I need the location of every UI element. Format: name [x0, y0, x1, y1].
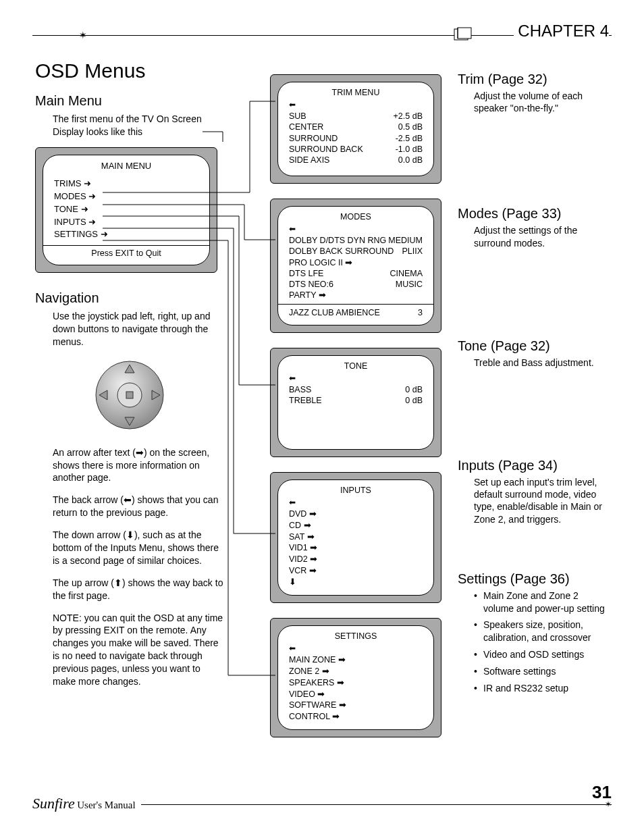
- table-row: CENTER0.5 dB: [289, 122, 423, 132]
- footer-rule: Sunfire User's Manual ✶: [32, 793, 612, 814]
- table-row: PRO LOGIC II ➡: [289, 257, 423, 268]
- navigation-desc: Use the joystick pad left, right, up and…: [53, 310, 224, 348]
- tone-heading: Tone (Page 32): [458, 338, 610, 354]
- settings-screen: SETTINGS ⬅ MAIN ZONE ➡ ZONE 2 ➡ SPEAKERS…: [270, 618, 441, 737]
- back-arrow-icon: ⬅: [289, 224, 423, 234]
- menu-item-settings: SETTINGS ➜: [54, 228, 198, 241]
- screen-title: INPUTS: [289, 486, 423, 495]
- main-menu-screen: MAIN MENU TRIMS ➜ MODES ➜ TONE ➜ INPUTS …: [35, 147, 217, 288]
- table-row: SURROUND-2.5 dB: [289, 133, 423, 144]
- screen-title: TONE: [289, 361, 423, 371]
- list-item: SPEAKERS ➡: [289, 677, 423, 689]
- list-item: VCR ➡: [289, 565, 423, 577]
- modes-screen: MODES ⬅ DOLBY D/DTS DYN RNGMEDIUM DOLBY …: [270, 199, 441, 333]
- table-row: SUB+2.5 dB: [289, 111, 423, 122]
- list-item: ZONE 2 ➡: [289, 666, 423, 677]
- list-item: •Speakers size, position, calibration, a…: [474, 619, 610, 644]
- nav-p-right-arrow: An arrow after text (➡) on the screen, s…: [53, 446, 224, 485]
- back-arrow-icon: ⬅: [289, 498, 423, 507]
- table-row: DTS NEO:6MUSIC: [289, 279, 423, 290]
- inputs-heading: Inputs (Page 34): [458, 458, 610, 473]
- screens-column: TRIM MENU ⬅ SUB+2.5 dB CENTER0.5 dB SURR…: [270, 74, 441, 752]
- descriptions-column: Trim (Page 32) Adjust the volume of each…: [458, 72, 610, 699]
- modes-heading: Modes (Page 33): [458, 206, 610, 221]
- tone-screen: TONE ⬅ BASS0 dB TREBLE0 dB: [270, 348, 441, 457]
- trim-heading: Trim (Page 32): [458, 72, 610, 87]
- nav-p-down-arrow: The down arrow (⬇), such as at the botto…: [53, 529, 224, 567]
- list-item: •Main Zone and Zone 2 volume and power-u…: [474, 590, 610, 615]
- settings-heading: Settings (Page 36): [458, 571, 610, 587]
- menu-item-tone: TONE ➜: [54, 203, 198, 216]
- table-row: DTS LFECINEMA: [289, 268, 423, 279]
- tone-desc: Treble and Bass adjustment.: [474, 357, 610, 369]
- screen-title: MODES: [289, 212, 423, 221]
- main-menu-desc: The first menu of the TV On Screen Displ…: [53, 113, 224, 138]
- table-row: BASS0 dB: [289, 384, 423, 395]
- svg-rect-1: [458, 28, 471, 38]
- list-item: VID1 ➡: [289, 542, 423, 554]
- footer-brand: Sunfire User's Manual: [32, 795, 141, 812]
- modes-desc: Adjust the settings of the surround mode…: [474, 224, 610, 249]
- table-row: SIDE AXIS0.0 dB: [289, 155, 423, 165]
- inputs-desc: Set up each input's trim level, default …: [474, 476, 610, 525]
- back-arrow-icon: ⬅: [289, 373, 423, 383]
- chapter-label: CHAPTER 4: [514, 22, 609, 41]
- page-title: OSD Menus: [35, 59, 145, 82]
- menu-item-modes: MODES ➜: [54, 190, 198, 203]
- table-row: SURROUND BACK-1.0 dB: [289, 144, 423, 155]
- nav-p-note: NOTE: you can quit the OSD at any time b…: [53, 612, 224, 688]
- navigation-section: Navigation Use the joystick pad left, ri…: [35, 290, 224, 698]
- star-icon: ✶: [605, 800, 612, 809]
- book-icon: [454, 27, 474, 44]
- table-row: TREBLE0 dB: [289, 395, 423, 406]
- list-item: •Video and OSD settings: [474, 648, 610, 661]
- inputs-screen: INPUTS ⬅ DVD ➡ CD ➡ SAT ➡ VID1 ➡ VID2 ➡ …: [270, 472, 441, 603]
- trim-desc: Adjust the volume of each speaker "on-th…: [474, 90, 610, 114]
- table-row: DOLBY D/DTS DYN RNGMEDIUM: [289, 235, 423, 246]
- list-item: VID2 ➡: [289, 554, 423, 565]
- list-item: •Software settings: [474, 665, 610, 678]
- back-arrow-icon: ⬅: [289, 644, 423, 653]
- list-item: VIDEO ➡: [289, 689, 423, 700]
- menu-item-trims: TRIMS ➜: [54, 178, 198, 190]
- joystick-icon: [35, 358, 224, 434]
- trim-screen: TRIM MENU ⬅ SUB+2.5 dB CENTER0.5 dB SURR…: [270, 74, 441, 184]
- list-item: CONTROL ➡: [289, 711, 423, 723]
- star-icon: ✶: [79, 30, 87, 41]
- settings-list: •Main Zone and Zone 2 volume and power-u…: [474, 590, 610, 695]
- table-row: PARTY ➡: [289, 290, 423, 301]
- svg-rect-5: [126, 392, 133, 398]
- table-row: DOLBY BACK SURROUNDPLIIX: [289, 246, 423, 257]
- main-menu-heading: Main Menu: [35, 93, 224, 109]
- down-arrow-icon: ⬇: [289, 577, 423, 588]
- screen-title: TRIM MENU: [289, 88, 423, 97]
- nav-p-left-arrow: The back arrow (⬅) shows that you can re…: [53, 494, 224, 519]
- screen-title: MAIN MENU: [54, 161, 198, 171]
- list-item: CD ➡: [289, 520, 423, 531]
- screen-title: SETTINGS: [289, 631, 423, 641]
- list-item: SOFTWARE ➡: [289, 700, 423, 711]
- table-row: JAZZ CLUB AMBIENCE3: [289, 307, 423, 318]
- navigation-heading: Navigation: [35, 290, 224, 306]
- menu-item-inputs: INPUTS ➜: [54, 216, 198, 229]
- nav-p-up-arrow: The up arrow (⬆) shows the way back to t…: [53, 577, 224, 602]
- screen-footer: Press EXIT to Quit: [43, 245, 209, 258]
- back-arrow-icon: ⬅: [289, 100, 423, 109]
- main-menu-section: Main Menu The first menu of the TV On Sc…: [35, 93, 224, 148]
- list-item: MAIN ZONE ➡: [289, 654, 423, 666]
- list-item: DVD ➡: [289, 509, 423, 520]
- list-item: SAT ➡: [289, 531, 423, 543]
- list-item: •IR and RS232 setup: [474, 682, 610, 695]
